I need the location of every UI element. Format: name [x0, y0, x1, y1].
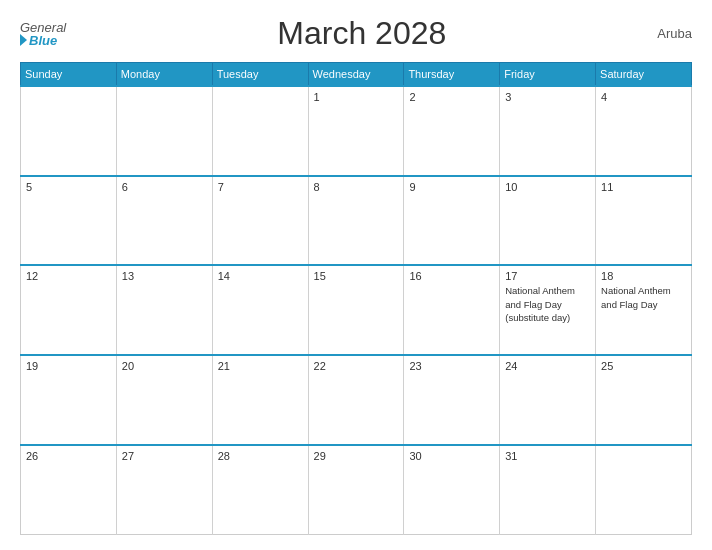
day-number: 11 — [601, 181, 686, 193]
calendar-week-row: 567891011 — [21, 176, 692, 266]
day-number: 24 — [505, 360, 590, 372]
calendar-day: 4 — [596, 86, 692, 176]
col-sunday: Sunday — [21, 63, 117, 87]
calendar-body: 1234567891011121314151617National Anthem… — [21, 86, 692, 535]
calendar-day: 18National Anthem and Flag Day — [596, 265, 692, 355]
day-number: 2 — [409, 91, 494, 103]
day-number: 30 — [409, 450, 494, 462]
day-number: 16 — [409, 270, 494, 282]
day-number: 27 — [122, 450, 207, 462]
day-number: 19 — [26, 360, 111, 372]
day-number: 8 — [314, 181, 399, 193]
calendar-day: 12 — [21, 265, 117, 355]
calendar-event: National Anthem and Flag Day (substitute… — [505, 285, 575, 323]
day-number: 9 — [409, 181, 494, 193]
calendar-day: 8 — [308, 176, 404, 266]
day-number: 1 — [314, 91, 399, 103]
day-number: 4 — [601, 91, 686, 103]
day-number: 20 — [122, 360, 207, 372]
weekday-header-row: Sunday Monday Tuesday Wednesday Thursday… — [21, 63, 692, 87]
calendar-day: 19 — [21, 355, 117, 445]
calendar-week-row: 121314151617National Anthem and Flag Day… — [21, 265, 692, 355]
day-number: 22 — [314, 360, 399, 372]
col-thursday: Thursday — [404, 63, 500, 87]
calendar-title: March 2028 — [277, 15, 446, 52]
calendar-day: 30 — [404, 445, 500, 535]
header: General Blue March 2028 Aruba — [20, 15, 692, 52]
calendar-week-row: 19202122232425 — [21, 355, 692, 445]
col-monday: Monday — [116, 63, 212, 87]
calendar-day-empty — [212, 86, 308, 176]
day-number: 10 — [505, 181, 590, 193]
calendar-day: 7 — [212, 176, 308, 266]
page: General Blue March 2028 Aruba Sunday Mon… — [0, 0, 712, 550]
calendar-day: 29 — [308, 445, 404, 535]
calendar-day: 31 — [500, 445, 596, 535]
logo-triangle-icon — [20, 34, 27, 46]
day-number: 26 — [26, 450, 111, 462]
day-number: 29 — [314, 450, 399, 462]
calendar-day: 15 — [308, 265, 404, 355]
day-number: 15 — [314, 270, 399, 282]
calendar-day: 3 — [500, 86, 596, 176]
day-number: 31 — [505, 450, 590, 462]
calendar-day: 21 — [212, 355, 308, 445]
calendar-day: 26 — [21, 445, 117, 535]
day-number: 13 — [122, 270, 207, 282]
calendar-day: 22 — [308, 355, 404, 445]
calendar-week-row: 262728293031 — [21, 445, 692, 535]
calendar-day: 27 — [116, 445, 212, 535]
col-wednesday: Wednesday — [308, 63, 404, 87]
day-number: 28 — [218, 450, 303, 462]
calendar-day: 13 — [116, 265, 212, 355]
day-number: 23 — [409, 360, 494, 372]
calendar-event: National Anthem and Flag Day — [601, 285, 671, 309]
col-saturday: Saturday — [596, 63, 692, 87]
day-number: 14 — [218, 270, 303, 282]
logo-blue-text: Blue — [20, 34, 66, 47]
calendar-day: 9 — [404, 176, 500, 266]
calendar-day: 17National Anthem and Flag Day (substitu… — [500, 265, 596, 355]
calendar-day: 25 — [596, 355, 692, 445]
day-number: 7 — [218, 181, 303, 193]
calendar-day: 1 — [308, 86, 404, 176]
calendar-day: 20 — [116, 355, 212, 445]
day-number: 18 — [601, 270, 686, 282]
calendar-day: 10 — [500, 176, 596, 266]
logo: General Blue — [20, 21, 66, 47]
calendar-day-empty — [596, 445, 692, 535]
logo-general-text: General — [20, 21, 66, 34]
col-tuesday: Tuesday — [212, 63, 308, 87]
calendar-table: Sunday Monday Tuesday Wednesday Thursday… — [20, 62, 692, 535]
day-number: 5 — [26, 181, 111, 193]
calendar-day-empty — [116, 86, 212, 176]
calendar-day: 2 — [404, 86, 500, 176]
calendar-header: Sunday Monday Tuesday Wednesday Thursday… — [21, 63, 692, 87]
day-number: 3 — [505, 91, 590, 103]
calendar-day: 16 — [404, 265, 500, 355]
calendar-day: 23 — [404, 355, 500, 445]
calendar-week-row: 1234 — [21, 86, 692, 176]
calendar-day: 6 — [116, 176, 212, 266]
calendar-day: 28 — [212, 445, 308, 535]
calendar-day: 5 — [21, 176, 117, 266]
calendar-day: 24 — [500, 355, 596, 445]
col-friday: Friday — [500, 63, 596, 87]
day-number: 21 — [218, 360, 303, 372]
calendar-day-empty — [21, 86, 117, 176]
calendar-day: 11 — [596, 176, 692, 266]
day-number: 25 — [601, 360, 686, 372]
day-number: 6 — [122, 181, 207, 193]
country-label: Aruba — [657, 26, 692, 41]
day-number: 12 — [26, 270, 111, 282]
day-number: 17 — [505, 270, 590, 282]
calendar-day: 14 — [212, 265, 308, 355]
